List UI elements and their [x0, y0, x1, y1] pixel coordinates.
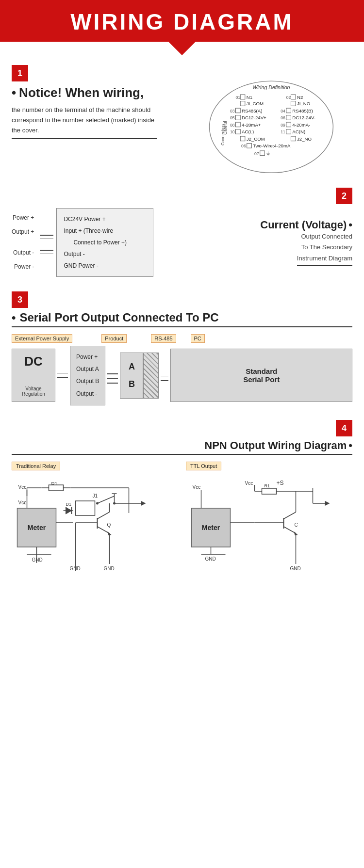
- svg-text:09: 09: [281, 123, 285, 128]
- section1-badge: 1: [12, 65, 28, 81]
- section2-label-power-plus: Power +: [12, 211, 34, 225]
- page-header: WIRING DIAGRAM: [0, 0, 364, 42]
- svg-text:10: 10: [230, 129, 235, 134]
- relay-label: Traditional Relay: [12, 462, 60, 470]
- svg-rect-100: [262, 488, 277, 494]
- svg-text:01: 01: [236, 95, 241, 100]
- svg-text:Two-Wire:4-20mA: Two-Wire:4-20mA: [253, 143, 291, 148]
- section2-label-power-minus: Power -: [12, 260, 34, 274]
- svg-line-111: [284, 512, 296, 519]
- svg-text:GND: GND: [32, 557, 43, 563]
- svg-text:Meter: Meter: [202, 524, 220, 531]
- svg-text:06: 06: [281, 115, 285, 120]
- svg-text:Connection: Connection: [220, 124, 225, 145]
- svg-text:AC(N): AC(N): [292, 129, 305, 134]
- section2-right-line3: Connect to Power +): [64, 237, 146, 248]
- section1-title: Notice! When wiring,: [19, 85, 144, 100]
- svg-line-87: [98, 527, 110, 533]
- svg-text:Meter: Meter: [28, 524, 46, 531]
- svg-text:05: 05: [230, 115, 235, 120]
- section2-right-line5: GND Power -: [64, 260, 146, 272]
- svg-text:04: 04: [281, 109, 285, 113]
- section2-right-line1: DC24V Power +: [64, 213, 146, 225]
- section4-title: NPN Output Wiring Diagram: [204, 439, 347, 451]
- svg-line-65: [98, 496, 115, 503]
- section4-badge: 4: [336, 420, 352, 436]
- section1-bullet: •: [12, 85, 16, 100]
- svg-text:08: 08: [230, 123, 235, 128]
- svg-text:02: 02: [286, 95, 291, 100]
- section2-label-output-minus: Output -: [12, 246, 34, 260]
- svg-line-113: [284, 527, 296, 533]
- svg-rect-64: [76, 501, 95, 515]
- svg-text:J1: J1: [93, 493, 98, 498]
- svg-line-86: [98, 512, 110, 519]
- svg-text:JI_NO: JI_NO: [297, 101, 311, 106]
- section2-subtitle: Output ConnectedTo The SecondaryInstrume…: [297, 233, 352, 261]
- wiring-definition-diagram: Careful Connection Wiring Definition 01 …: [202, 70, 338, 177]
- svg-text:DC12-24V+: DC12-24V+: [242, 115, 266, 120]
- svg-text:06: 06: [241, 144, 246, 148]
- section3-product-line4: Output -: [76, 388, 99, 400]
- label-ext-power: External Power Supply: [12, 334, 72, 343]
- svg-text:N1: N1: [247, 95, 252, 100]
- svg-text:RS485(B): RS485(B): [292, 108, 313, 113]
- svg-text:DC12-24V-: DC12-24V-: [292, 115, 315, 120]
- svg-text:03: 03: [230, 109, 235, 113]
- svg-text:D1: D1: [66, 502, 72, 507]
- section3-rs485-a: A: [129, 362, 135, 372]
- section2-badge: 2: [336, 188, 352, 204]
- svg-text:Vcc: Vcc: [193, 484, 201, 490]
- svg-marker-74: [141, 501, 146, 506]
- svg-marker-61: [66, 507, 72, 514]
- svg-text:GND: GND: [104, 566, 115, 571]
- svg-text:11: 11: [281, 129, 285, 134]
- svg-text:GND: GND: [205, 556, 216, 562]
- section2-bullet: •: [348, 219, 352, 231]
- section3-product-line2: Output A: [76, 363, 99, 375]
- svg-point-66: [96, 502, 99, 504]
- svg-text:GND: GND: [70, 566, 81, 571]
- section3-bullet: •: [12, 311, 16, 324]
- svg-text:JI_COM: JI_COM: [247, 101, 264, 106]
- page-title: WIRING DIAGRAM: [0, 9, 364, 35]
- section3-title: Serial Port Output Connected To PC: [19, 311, 218, 324]
- section3-product-line1: Power +: [76, 351, 99, 363]
- svg-text:07: 07: [254, 151, 259, 156]
- svg-text:Wiring Definition: Wiring Definition: [252, 84, 290, 90]
- section2-right-line4: Output -: [64, 248, 146, 260]
- svg-text:Vcc: Vcc: [245, 481, 253, 486]
- section2-right-line2: Input + (Three-wire: [64, 225, 146, 237]
- relay-circuit-diagram: Meter Vcc R1 Vcc D1: [12, 474, 178, 571]
- ttl-label: TTL Output: [186, 462, 221, 470]
- section3-voltage-label: VoltageRegulation: [22, 386, 45, 397]
- label-pc: PC: [191, 334, 205, 343]
- section2-title: Current (Voltage): [260, 219, 347, 231]
- svg-point-0: [209, 81, 333, 173]
- svg-text:Vcc: Vcc: [18, 500, 27, 505]
- svg-text:N2: N2: [297, 95, 303, 100]
- header-arrow: [168, 42, 196, 55]
- svg-text:+S: +S: [277, 480, 284, 486]
- ttl-circuit-diagram: Meter Vcc Vcc +S R1: [186, 474, 352, 571]
- svg-text:AC(L): AC(L): [242, 129, 254, 134]
- section3-pc-label: StandardSerial Port: [243, 367, 280, 384]
- svg-text:R1: R1: [265, 483, 270, 488]
- section3-dc-label: DC: [24, 354, 43, 369]
- svg-text:4-20mA-: 4-20mA-: [292, 122, 310, 128]
- svg-text:J2_COM: J2_COM: [247, 136, 265, 142]
- label-product: Product: [101, 334, 127, 343]
- svg-rect-54: [49, 485, 64, 491]
- label-rs485: RS-485: [151, 334, 176, 343]
- section4-bullet: •: [348, 439, 352, 451]
- section2-label-output-plus: Output +: [12, 225, 34, 239]
- section3-product-line3: Output B: [76, 375, 99, 387]
- section3-badge: 3: [12, 291, 28, 308]
- svg-text:C: C: [295, 522, 298, 528]
- svg-text:4-20mA+: 4-20mA+: [242, 122, 261, 128]
- section1-text: the number on the terminal of the machin…: [12, 106, 154, 134]
- section3-rs485-b: B: [129, 379, 135, 389]
- svg-text:Vcc: Vcc: [18, 484, 27, 490]
- svg-text:J2_NO: J2_NO: [297, 136, 312, 142]
- svg-text:RS485(A): RS485(A): [242, 108, 262, 113]
